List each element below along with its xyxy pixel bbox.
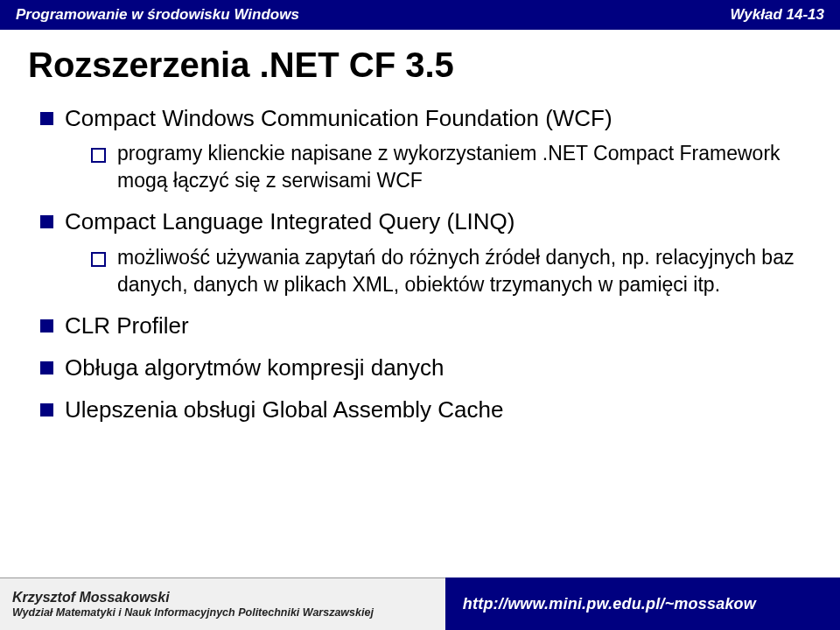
slide: Programowanie w środowisku Windows Wykła… — [0, 0, 840, 630]
footer-url: http://www.mini.pw.edu.pl/~mossakow — [463, 595, 756, 613]
bullet-text: Compact Language Integrated Query (LINQ) — [65, 208, 515, 234]
bullet-item: CLR Profiler — [37, 311, 803, 340]
sub-bullet-item: programy klienckie napisane z wykorzysta… — [86, 140, 803, 194]
header-lecture-number: Wykład 14-13 — [731, 6, 824, 24]
sub-bullet-text: możliwość używania zapytań do różnych źr… — [117, 246, 794, 296]
header-bar: Programowanie w środowisku Windows Wykła… — [0, 0, 840, 30]
slide-content: Compact Windows Communication Foundation… — [37, 103, 803, 438]
sub-bullet-text: programy klienckie napisane z wykorzysta… — [117, 142, 780, 192]
bullet-item: Ulepszenia obsługi Global Assembly Cache — [37, 395, 803, 424]
bullet-item: Obługa algorytmów kompresji danych — [37, 353, 803, 382]
header-course-title: Programowanie w środowisku Windows — [16, 6, 299, 24]
slide-title: Rozszerzenia .NET CF 3.5 — [28, 46, 454, 85]
footer-author: Krzysztof Mossakowski — [12, 589, 433, 606]
bullet-text: Ulepszenia obsługi Global Assembly Cache — [65, 396, 504, 423]
bullet-text: CLR Profiler — [65, 312, 189, 339]
footer-bar: Krzysztof Mossakowski Wydział Matematyki… — [0, 578, 840, 630]
bullet-text: Obługa algorytmów kompresji danych — [65, 354, 444, 381]
sub-bullet-item: możliwość używania zapytań do różnych źr… — [86, 244, 803, 298]
bullet-text: Compact Windows Communication Foundation… — [65, 105, 612, 131]
footer-department: Wydział Matematyki i Nauk Informacyjnych… — [12, 606, 433, 620]
footer-right: http://www.mini.pw.edu.pl/~mossakow — [445, 578, 840, 630]
footer-left: Krzysztof Mossakowski Wydział Matematyki… — [0, 578, 445, 630]
bullet-item: Compact Windows Communication Foundation… — [37, 103, 803, 194]
bullet-item: Compact Language Integrated Query (LINQ)… — [37, 206, 803, 298]
